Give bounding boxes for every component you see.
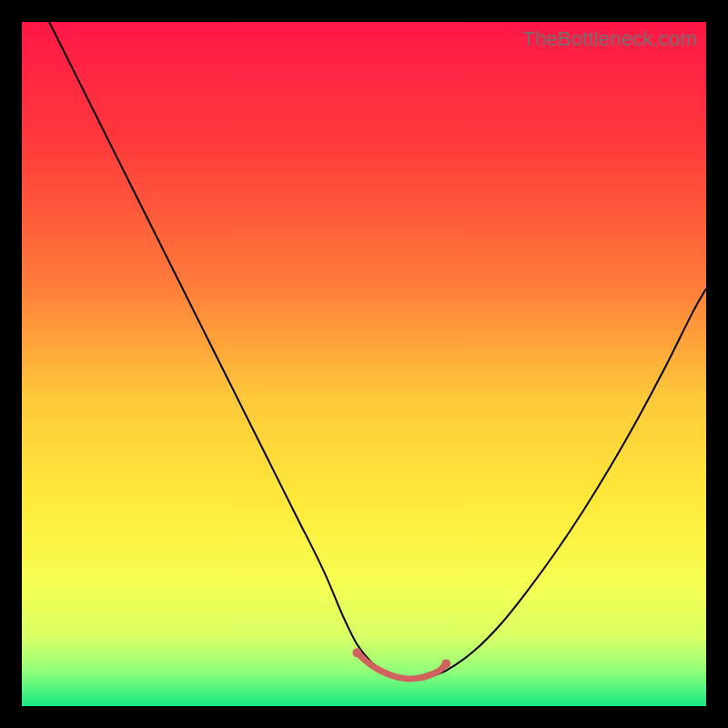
watermark-text: TheBottleneck.com — [522, 27, 697, 51]
chart-background — [22, 22, 706, 706]
highlight-endpoint-dot — [352, 648, 361, 657]
chart-plot-area — [22, 22, 706, 706]
chart-frame: TheBottleneck.com — [22, 22, 706, 706]
chart-svg — [22, 22, 706, 706]
highlight-endpoint-dot — [441, 659, 450, 668]
